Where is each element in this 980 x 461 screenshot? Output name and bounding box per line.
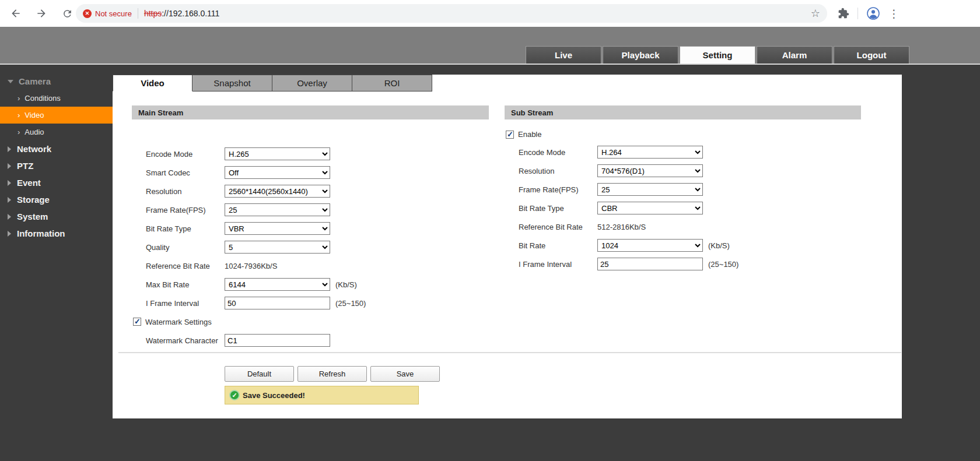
watermark-settings-checkbox[interactable] [133,318,141,326]
main-i-frame-interval-input[interactable] [225,297,330,309]
tab-setting[interactable]: Setting [680,46,755,64]
not-secure-label: Not secure [95,9,132,18]
sub-bit-rate-select[interactable]: 1024 [597,239,703,252]
main-max-bit-rate-select[interactable]: 6144 [225,278,330,291]
sidebar-item-video[interactable]: › Video [0,107,113,124]
tab-playback[interactable]: Playback [603,46,678,64]
range-hint-label: (25~150) [335,299,366,308]
main-quality-select[interactable]: 5 [225,241,330,254]
reload-icon[interactable] [61,7,74,20]
tab-roi[interactable]: ROI [352,75,432,92]
sub-frame-rate-row: Frame Rate(FPS) 25 [505,180,861,199]
triangle-down-icon [8,80,13,83]
main-stream-section: Main Stream Encode Mode H.265 Smart Code… [132,105,489,350]
toast-message: Save Succeeded! [243,391,305,400]
bookmark-star-icon[interactable]: ☆ [811,7,820,20]
main-encode-mode-select[interactable]: H.265 [225,147,330,160]
sidebar-audio-label: Audio [24,128,44,136]
browser-toolbar: ✕ Not secure https://192.168.0.111 ☆ ⋮ [0,0,980,27]
sidebar-item-conditions[interactable]: › Conditions [0,90,113,107]
field-label: Bit Rate Type [519,204,597,213]
sidebar-conditions-label: Conditions [24,94,60,103]
tab-logout[interactable]: Logout [834,46,909,64]
triangle-right-icon [8,214,11,220]
success-check-icon: ✓ [229,390,240,400]
chevron-right-icon: › [18,111,20,119]
forward-icon[interactable] [35,7,48,20]
tab-video-stream[interactable]: Video [113,75,192,92]
main-resolution-row: Resolution 2560*1440(2560x1440) [132,182,489,200]
field-label: Resolution [519,167,597,175]
sidebar-item-information[interactable]: Information [0,225,113,242]
kbs-unit-label: (Kb/S) [335,280,357,289]
field-label: Reference Bit Rate [146,262,225,270]
sub-enable-checkbox[interactable] [506,131,514,139]
back-icon[interactable] [9,7,22,20]
tab-live[interactable]: Live [526,46,601,64]
main-stream-header: Main Stream [132,105,489,119]
main-reference-bit-rate-row: Reference Bit Rate 1024-7936Kb/S [132,256,489,275]
sidebar-item-event[interactable]: Event [0,174,113,191]
sidebar-system-label: System [17,212,48,221]
not-secure-icon: ✕ [83,9,92,18]
default-button[interactable]: Default [225,366,294,382]
field-label: Max Bit Rate [146,280,225,289]
sub-frame-rate-select[interactable]: 25 [597,183,703,196]
page-header-band: Live Playback Setting Alarm Logout [0,27,980,65]
tab-overlay[interactable]: Overlay [272,75,352,92]
url-scheme: https [144,9,162,18]
menu-kebab-icon[interactable]: ⋮ [888,8,900,19]
watermark-character-input[interactable] [225,334,330,347]
tab-alarm[interactable]: Alarm [757,46,832,64]
main-smart-codec-row: Smart Codec Off [132,163,489,182]
sidebar-network-label: Network [17,144,51,154]
address-bar[interactable]: ✕ Not secure https://192.168.0.111 ☆ [76,4,827,23]
field-label: Reference Bit Rate [519,223,597,231]
sub-bit-rate-type-select[interactable]: CBR [597,202,703,214]
sidebar-video-label: Video [24,111,44,119]
sub-encode-mode-select[interactable]: H.264 [597,146,703,159]
main-bit-rate-type-select[interactable]: VBR [225,222,330,235]
main-smart-codec-select[interactable]: Off [225,166,330,179]
url-text: https://192.168.0.111 [144,9,219,18]
sidebar-item-ptz[interactable]: PTZ [0,157,113,174]
field-label: Encode Mode [146,150,225,159]
field-label: Frame Rate(FPS) [146,206,225,214]
extensions-icon[interactable] [838,8,849,19]
field-label: Bit Rate Type [146,224,225,233]
main-frame-rate-select[interactable]: 25 [225,203,330,216]
sidebar-item-system[interactable]: System [0,208,113,225]
browser-right-icons: ⋮ [838,0,900,27]
triangle-right-icon [8,163,11,169]
toolbar-divider [858,8,858,19]
sub-resolution-row: Resolution 704*576(D1) [505,161,861,180]
field-label: Resolution [146,187,225,196]
sidebar-item-storage[interactable]: Storage [0,191,113,208]
content-panel: Video Snapshot Overlay ROI Main Stream E… [113,75,902,418]
sub-i-frame-interval-input[interactable] [597,258,703,270]
main-resolution-select[interactable]: 2560*1440(2560x1440) [225,185,330,198]
sidebar-item-network[interactable]: Network [0,140,113,157]
sub-bit-rate-row: Bit Rate 1024 (Kb/S) [505,236,861,255]
field-label: Encode Mode [519,148,597,157]
action-buttons: Default Refresh Save [225,366,440,382]
page-body: Camera › Conditions › Video › Audio Netw… [0,65,980,460]
refresh-button[interactable]: Refresh [298,366,367,382]
field-label: Watermark Character [146,336,225,345]
watermark-settings-row: Watermark Settings [132,312,489,331]
field-label: Quality [146,243,225,252]
field-label: I Frame Interval [146,299,225,308]
tab-snapshot[interactable]: Snapshot [192,75,272,92]
main-reference-bit-rate-value: 1024-7936Kb/S [225,262,277,270]
save-button[interactable]: Save [370,366,440,382]
profile-icon[interactable] [866,6,880,20]
sub-encode-mode-row: Encode Mode H.264 [505,143,861,161]
sidebar-item-camera[interactable]: Camera [0,73,113,90]
sub-stream-section: Sub Stream Enable Encode Mode H.264 Reso… [505,105,861,273]
watermark-settings-label: Watermark Settings [145,318,212,326]
sidebar-camera-label: Camera [19,76,51,86]
sidebar-item-audio[interactable]: › Audio [0,124,113,140]
field-label: Smart Codec [146,168,225,177]
sub-resolution-select[interactable]: 704*576(D1) [597,164,703,177]
chevron-right-icon: › [18,94,20,103]
